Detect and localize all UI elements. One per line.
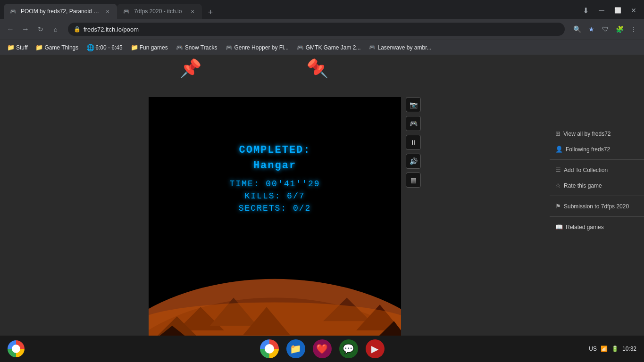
- view-all-button[interactable]: ⊞ View all by freds72: [550, 126, 644, 141]
- reload-button[interactable]: ↻: [34, 23, 47, 36]
- download-icon: ⬇: [579, 4, 592, 17]
- toolbar-icons: 🔍 ★ 🛡 🧩 ⋮: [570, 23, 640, 36]
- bookmarks-bar: 📁 Stuff 📁 Game Things 🌐 6:00 - 6:45 📁 Fu…: [0, 40, 644, 55]
- wifi-icon: 📶: [601, 346, 608, 352]
- tab-2-title: 7dfps 2020 - itch.io: [134, 8, 185, 15]
- bookmark-genre-hopper-label: Genre Hopper by Fi...: [234, 44, 288, 51]
- address-bar[interactable]: 🔒 freds72.itch.io/poom: [68, 23, 565, 36]
- bookmark-genre-hopper[interactable]: 🎮 Genre Hopper by Fi...: [222, 42, 292, 53]
- bookmark-star[interactable]: ★: [585, 23, 598, 36]
- tab-2-close[interactable]: ✕: [189, 8, 196, 15]
- related-games-button[interactable]: 📖 Related games: [550, 220, 644, 234]
- taskbar-right: US 📶 🔋 10:32: [589, 346, 636, 352]
- folder-icon: 📁: [8, 44, 14, 51]
- gamepad-button[interactable]: 🎮: [406, 116, 421, 131]
- sidebar-divider-1: [550, 159, 644, 160]
- pause-button[interactable]: ⏸: [406, 135, 421, 150]
- bookmark-gmtk[interactable]: 🎮 GMTK Game Jam 2...: [293, 42, 365, 53]
- volume-button[interactable]: 🔊: [406, 154, 421, 169]
- new-tab-button[interactable]: +: [204, 6, 217, 19]
- grid-icon: ⊞: [555, 130, 560, 137]
- add-collection-button[interactable]: ☰ Add To Collection: [550, 163, 644, 177]
- taskbar-center: 📁 ❤️ 💬 ▶: [260, 339, 385, 358]
- tab-2-favicon: 🎮: [123, 8, 130, 15]
- person-icon: 👤: [555, 146, 563, 153]
- kills-label: KILLS: 6/7: [229, 191, 320, 201]
- bookmark-stuff-label: Stuff: [16, 44, 27, 51]
- view-all-label: View all by freds72: [563, 131, 611, 137]
- search-button[interactable]: 🔍: [570, 23, 584, 36]
- maximize-button[interactable]: ⬜: [611, 4, 624, 17]
- folder-icon: 📁: [131, 44, 138, 51]
- folder-icon: 🌐: [87, 44, 93, 51]
- right-sidebar: ⊞ View all by freds72 👤 Following freds7…: [550, 55, 644, 336]
- taskbar-chat[interactable]: 💬: [339, 339, 358, 358]
- tab-bar: 🎮 POOM by freds72, Paranoid Cac... ✕ 🎮 7…: [0, 0, 644, 19]
- time-label: TIME: 00'41''29: [229, 179, 320, 189]
- close-button[interactable]: ✕: [627, 4, 640, 17]
- gmtk-favicon: 🎮: [297, 44, 304, 51]
- taskbar-youtube[interactable]: ▶: [366, 339, 385, 358]
- bookmark-snow-tracks-label: Snow Tracks: [185, 44, 217, 51]
- related-games-label: Related games: [566, 224, 604, 230]
- following-button[interactable]: 👤 Following freds72: [550, 142, 644, 156]
- bookmark-laserwave[interactable]: 🎮 Laserwave by ambr...: [365, 42, 435, 53]
- bookmark-laserwave-label: Laserwave by ambr...: [377, 44, 431, 51]
- secrets-label: SECRETS: 0/2: [229, 204, 320, 213]
- game-frame[interactable]: COMPLETED: Hangar TIME: 00'41''29 KILLS:…: [149, 97, 401, 336]
- bookmark-time-label: 6:00 - 6:45: [95, 44, 122, 51]
- back-button[interactable]: ←: [4, 23, 17, 36]
- chromeos-button[interactable]: [8, 340, 25, 357]
- tab-1-title: POOM by freds72, Paranoid Cac...: [21, 8, 100, 15]
- flag-icon: ⚑: [555, 203, 561, 210]
- laserwave-favicon: 🎮: [369, 44, 376, 51]
- bookmark-snow-tracks[interactable]: 🎮 Snow Tracks: [173, 42, 221, 53]
- screenshot-button[interactable]: 📷: [406, 97, 421, 112]
- tab-1-favicon: 🎮: [9, 8, 17, 15]
- bookmark-game-things-label: Game Things: [44, 44, 78, 51]
- right-arrow-decoration: 📌: [307, 59, 329, 77]
- bookmark-fun-games[interactable]: 📁 Fun games: [127, 42, 172, 53]
- tab-1-close[interactable]: ✕: [104, 8, 111, 15]
- battery-icon: 🔋: [611, 346, 619, 352]
- bookmark-game-things[interactable]: 📁 Game Things: [32, 42, 82, 53]
- tab-1[interactable]: 🎮 POOM by freds72, Paranoid Cac... ✕: [4, 4, 117, 19]
- sidebar-divider-3: [550, 216, 644, 217]
- taskbar-chrome[interactable]: [260, 339, 279, 358]
- menu-button[interactable]: ⋮: [627, 23, 640, 36]
- taskbar: 📁 ❤️ 💬 ▶ US 📶 🔋 10:32: [0, 336, 644, 362]
- submission-button[interactable]: ⚑ Submission to 7dfps 2020: [550, 199, 644, 214]
- bookmark-time[interactable]: 🌐 6:00 - 6:45: [83, 42, 126, 53]
- forward-button[interactable]: →: [19, 23, 32, 36]
- rate-game-button[interactable]: ☆ Rate this game: [550, 178, 644, 193]
- add-collection-label: Add To Collection: [564, 167, 608, 173]
- star-icon: ☆: [555, 182, 561, 189]
- lock-icon: 🔒: [74, 26, 81, 33]
- bookmark-fun-games-label: Fun games: [140, 44, 168, 51]
- book-icon: 📖: [555, 223, 563, 230]
- address-text: freds72.itch.io/poom: [84, 26, 139, 33]
- bookmark-stuff[interactable]: 📁 Stuff: [4, 42, 31, 53]
- toolbar: ← → ↻ ⌂ 🔒 freds72.itch.io/poom 🔍 ★ 🛡 🧩 ⋮: [0, 19, 644, 40]
- folder-icon: 📁: [36, 44, 42, 51]
- extensions-button[interactable]: 🧩: [613, 23, 626, 36]
- game-controls: 📷 🎮 ⏸ 🔊 ▦: [406, 97, 421, 188]
- tab-2[interactable]: 🎮 7dfps 2020 - itch.io ✕: [117, 4, 202, 19]
- bookmark-gmtk-label: GMTK Game Jam 2...: [306, 44, 361, 51]
- home-button[interactable]: ⌂: [49, 23, 62, 36]
- country-label: US: [589, 346, 597, 352]
- game-container: 📌 📌: [0, 55, 550, 336]
- settings-button[interactable]: ▦: [406, 173, 421, 188]
- following-label: Following freds72: [566, 146, 610, 153]
- minimize-button[interactable]: —: [595, 4, 608, 17]
- taskbar-left: [8, 340, 25, 357]
- browser-frame: 🎮 POOM by freds72, Paranoid Cac... ✕ 🎮 7…: [0, 0, 644, 362]
- submission-label: Submission to 7dfps 2020: [564, 203, 629, 210]
- sidebar-divider-2: [550, 196, 644, 196]
- snow-tracks-favicon: 🎮: [176, 44, 183, 51]
- left-arrow-decoration: 📌: [179, 59, 201, 77]
- taskbar-hearts[interactable]: ❤️: [313, 339, 332, 358]
- game-wrapper: COMPLETED: Hangar TIME: 00'41''29 KILLS:…: [149, 88, 401, 336]
- list-icon: ☰: [555, 166, 561, 173]
- taskbar-files[interactable]: 📁: [286, 339, 305, 358]
